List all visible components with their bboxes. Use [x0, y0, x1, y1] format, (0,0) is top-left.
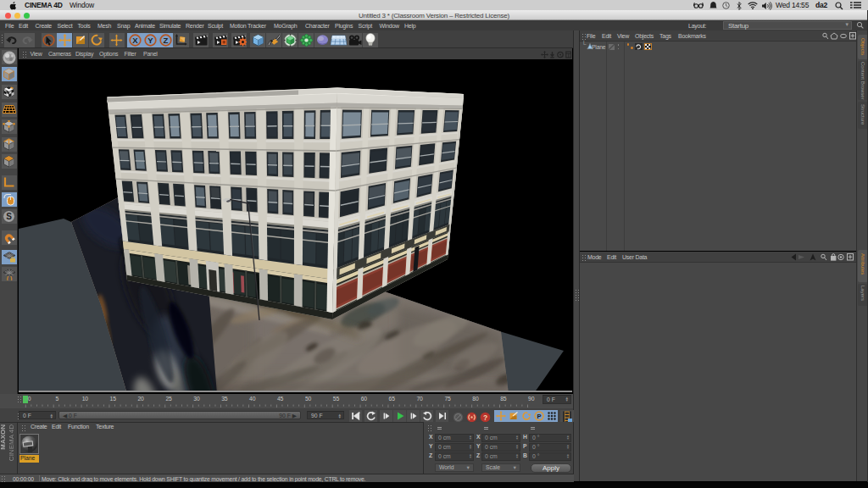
svg-text:S: S [6, 212, 12, 221]
svg-text:?: ? [483, 413, 487, 421]
svg-text:P: P [537, 413, 541, 420]
svg-text:Y: Y [147, 36, 153, 45]
svg-text:( ): ( ) [6, 275, 12, 280]
svg-text:X: X [132, 36, 138, 45]
svg-text:Z: Z [163, 36, 168, 45]
